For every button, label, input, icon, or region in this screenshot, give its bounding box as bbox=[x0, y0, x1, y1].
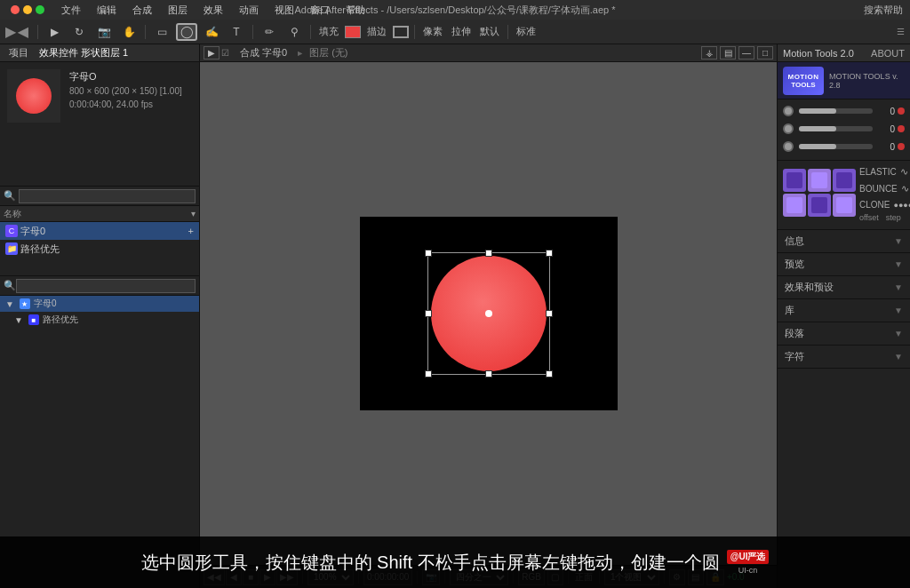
menu-effect[interactable]: 效果 bbox=[201, 4, 226, 17]
tab-project[interactable]: 项目 bbox=[5, 46, 32, 60]
center-area: ▶ ☑ 合成 字母0 ► 图层 (无) ⚶ ▤ ― □ bbox=[200, 44, 777, 588]
tool-pen[interactable]: ✍ bbox=[201, 23, 222, 41]
slider-z[interactable] bbox=[799, 144, 873, 149]
slider-z-fill bbox=[799, 144, 836, 149]
comp-safe-btn[interactable]: □ bbox=[757, 46, 773, 60]
comp-checkbox[interactable]: ☑ bbox=[221, 48, 229, 58]
comp-header: ▶ ☑ 合成 字母0 ► 图层 (无) ⚶ ▤ ― □ bbox=[200, 44, 777, 62]
slider-x-fill bbox=[799, 108, 836, 114]
comp-render-btn[interactable]: ▶ bbox=[204, 46, 220, 60]
slider-x-knob[interactable] bbox=[783, 106, 794, 116]
tool-camera[interactable]: 📷 bbox=[93, 23, 115, 41]
effects-search-bar: 🔍 bbox=[0, 276, 199, 296]
tool-rotate[interactable]: ↻ bbox=[68, 23, 90, 41]
handle-mid-right[interactable] bbox=[546, 310, 553, 317]
effect-expand-2[interactable]: ▼ bbox=[14, 315, 23, 325]
close-button[interactable] bbox=[11, 5, 20, 14]
rp-section-preview[interactable]: 预览 ▼ bbox=[778, 253, 910, 276]
handle-top-left[interactable] bbox=[425, 250, 432, 257]
menu-composition[interactable]: 合成 bbox=[130, 4, 155, 17]
tool-ellipse[interactable]: ◯ bbox=[176, 23, 197, 41]
tool-pan[interactable]: ✋ bbox=[118, 23, 140, 41]
preset-cell-2[interactable] bbox=[808, 169, 831, 192]
comp-viewer-label: 合成 字母0 bbox=[236, 46, 291, 60]
project-item-name: 字母O bbox=[69, 69, 182, 84]
project-search-input[interactable] bbox=[19, 189, 196, 203]
comp-snap-btn[interactable]: ⚶ bbox=[701, 46, 717, 60]
snap-label: 像素 bbox=[420, 25, 445, 38]
search-help[interactable]: 搜索帮助 bbox=[864, 4, 903, 17]
effect-item-2[interactable]: ▼ ■ 路径优先 bbox=[0, 312, 199, 328]
stroke-color-swatch[interactable] bbox=[393, 26, 409, 38]
effects-search-input[interactable] bbox=[16, 279, 196, 293]
list-item-comp[interactable]: C 字母0 + bbox=[0, 222, 199, 240]
add-item-icon[interactable]: + bbox=[188, 226, 194, 236]
effect-expand-1[interactable]: ▼ bbox=[5, 299, 14, 309]
handle-bottom-left[interactable] bbox=[425, 370, 432, 377]
project-list: C 字母0 + 📁 路径优先 bbox=[0, 222, 199, 275]
handle-top-right[interactable] bbox=[546, 250, 553, 257]
toolbar-arrow-right[interactable]: ▶ bbox=[18, 23, 28, 40]
minimize-button[interactable] bbox=[23, 5, 32, 14]
menu-view[interactable]: 视图 bbox=[272, 4, 297, 17]
slider-z-knob[interactable] bbox=[783, 141, 794, 152]
tool-select[interactable]: ▶ bbox=[44, 23, 65, 41]
tool-rect[interactable]: ▭ bbox=[151, 23, 172, 41]
menu-file[interactable]: 文件 bbox=[59, 4, 84, 17]
slider-x[interactable] bbox=[799, 108, 873, 114]
caption-logo: @UI严选 UI-cn bbox=[727, 550, 770, 575]
slider-y-knob[interactable] bbox=[783, 123, 794, 134]
slider-y-dot[interactable] bbox=[898, 125, 905, 132]
col-sort-icon: ▾ bbox=[191, 209, 196, 219]
rp-section-effects[interactable]: 效果和预设 ▼ bbox=[778, 276, 910, 299]
comp-grid-btn[interactable]: ▤ bbox=[720, 46, 736, 60]
menu-edit[interactable]: 编辑 bbox=[94, 4, 119, 17]
tool-text[interactable]: T bbox=[226, 23, 247, 41]
caption-logo-badge: @UI严选 bbox=[727, 550, 770, 564]
menu-animation[interactable]: 动画 bbox=[236, 4, 261, 17]
default-label: 默认 bbox=[477, 25, 502, 38]
main-layout: 项目 效果控件 形状图层 1 字母O 800 × 600 (200 × 150)… bbox=[0, 44, 910, 588]
preset-cell-1[interactable] bbox=[783, 169, 806, 192]
clone-dots: ●●●● bbox=[893, 201, 910, 210]
preset-cell-5[interactable] bbox=[808, 194, 831, 217]
app-title: Adobe After Effects - /Users/szlsen/Desk… bbox=[294, 4, 615, 17]
rp-section-lib[interactable]: 库 ▼ bbox=[778, 299, 910, 322]
rp-section-char[interactable]: 字符 ▼ bbox=[778, 346, 910, 369]
list-item-folder[interactable]: 📁 路径优先 bbox=[0, 240, 199, 258]
maximize-button[interactable] bbox=[36, 5, 44, 14]
slider-x-dot[interactable] bbox=[898, 107, 905, 115]
slider-y-fill bbox=[799, 126, 836, 131]
slider-y-row: 0 bbox=[783, 121, 905, 137]
comp-ruler-btn[interactable]: ― bbox=[738, 46, 754, 60]
search-icon: 🔍 bbox=[4, 190, 16, 202]
tool-stamp[interactable]: ⚲ bbox=[283, 23, 305, 41]
handle-top-mid[interactable] bbox=[485, 250, 492, 257]
preset-cell-3[interactable] bbox=[833, 169, 856, 192]
preset-cell-6[interactable] bbox=[833, 194, 856, 217]
preset-inner-5 bbox=[811, 197, 827, 213]
rp-section-para[interactable]: 段落 ▼ bbox=[778, 322, 910, 346]
slider-z-dot[interactable] bbox=[898, 143, 905, 150]
preset-inner-6 bbox=[836, 197, 852, 213]
section-arrow-preview: ▼ bbox=[894, 259, 903, 269]
offset-step-row: offset step bbox=[859, 213, 910, 222]
handle-bottom-mid[interactable] bbox=[485, 370, 492, 377]
handle-bottom-right[interactable] bbox=[546, 370, 553, 377]
effect-item-1[interactable]: ▼ ★ 字母0 bbox=[0, 296, 199, 312]
tab-effects[interactable]: 效果控件 形状图层 1 bbox=[36, 46, 132, 60]
rp-about-btn[interactable]: ABOUT bbox=[871, 48, 905, 59]
toolbar-menu-btn[interactable]: ☰ bbox=[897, 27, 905, 36]
fill-color-swatch[interactable] bbox=[345, 26, 361, 38]
tool-brush[interactable]: ✏ bbox=[259, 23, 280, 41]
section-arrow-lib: ▼ bbox=[894, 306, 903, 315]
preset-cell-4[interactable] bbox=[783, 194, 806, 217]
slider-y[interactable] bbox=[799, 126, 873, 131]
viewer-area bbox=[200, 62, 777, 565]
handle-mid-left[interactable] bbox=[425, 310, 432, 317]
rp-title: Motion Tools 2.0 bbox=[783, 48, 854, 59]
offset-label: offset bbox=[859, 213, 879, 222]
rp-section-info[interactable]: 信息 ▼ bbox=[778, 230, 910, 253]
toolbar-arrow-left[interactable]: ▶ bbox=[5, 23, 16, 40]
menu-layer[interactable]: 图层 bbox=[165, 4, 190, 17]
